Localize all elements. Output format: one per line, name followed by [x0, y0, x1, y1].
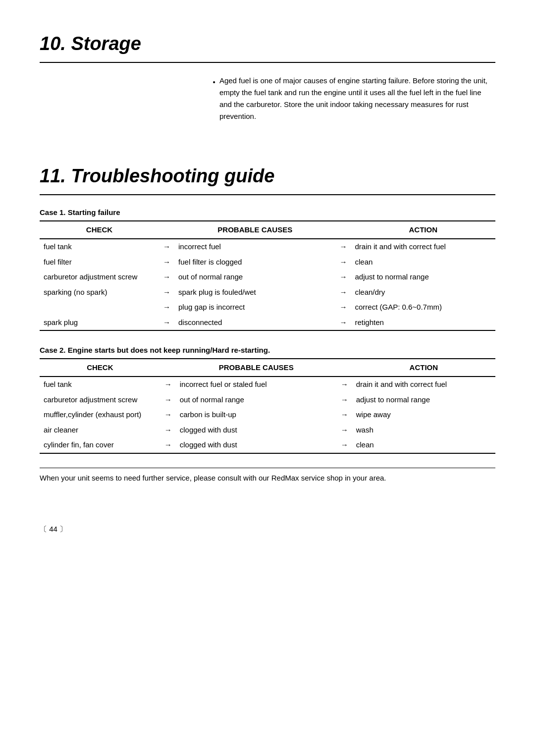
troubleshooting-title: 11. Troubleshooting guide [40, 162, 495, 190]
table-row: fuel filter→fuel filter is clogged→clean [40, 255, 495, 270]
arrow-icon: → [337, 407, 352, 423]
cell-cause: clogged with dust [176, 437, 337, 453]
table-row: sparking (no spark)→spark plug is fouled… [40, 285, 495, 300]
cell-cause: incorrect fuel or staled fuel [176, 377, 337, 392]
storage-section: 10. Storage • Aged fuel is one of major … [40, 30, 495, 122]
arrow-icon: → [337, 437, 352, 453]
cell-check [40, 300, 159, 315]
table-row: fuel tank→incorrect fuel or staled fuel→… [40, 377, 495, 392]
cell-action: drain it and with correct fuel [351, 239, 495, 255]
cell-action: drain it and with correct fuel [352, 377, 495, 392]
cell-cause: incorrect fuel [174, 239, 335, 255]
page-number: 〔 44 〕 [40, 524, 495, 535]
case2-arrow-header1 [160, 359, 176, 377]
arrow-icon: → [159, 255, 174, 270]
arrow-icon: → [160, 437, 176, 453]
case2-header-row: CHECK PROBABLE CAUSES ACTION [40, 359, 495, 377]
cell-action: retighten [351, 315, 495, 331]
arrow-icon: → [335, 270, 351, 285]
arrow-icon: → [335, 300, 351, 315]
case2-tbody: fuel tank→incorrect fuel or staled fuel→… [40, 377, 495, 453]
cell-check: fuel tank [40, 377, 160, 392]
storage-bullet-text: Aged fuel is one of major causes of engi… [219, 75, 495, 122]
case1-check-header: CHECK [40, 221, 159, 239]
case2-title: Case 2. Engine starts but does not keep … [40, 345, 495, 356]
arrow-icon: → [335, 255, 351, 270]
case2-action-header: ACTION [352, 359, 495, 377]
cell-action: clean [351, 255, 495, 270]
cell-action: adjust to normal range [352, 392, 495, 408]
troubleshooting-section: 11. Troubleshooting guide Case 1. Starti… [40, 162, 495, 535]
arrow-icon: → [159, 300, 174, 315]
troubleshooting-divider [40, 194, 495, 195]
arrow-icon: → [335, 315, 351, 331]
cell-cause: fuel filter is clogged [174, 255, 335, 270]
table-row: carburetor adjustment screw→out of norma… [40, 392, 495, 408]
table-row: muffler,cylinder (exhaust port)→carbon i… [40, 407, 495, 423]
case2-thead: CHECK PROBABLE CAUSES ACTION [40, 359, 495, 377]
cell-check: fuel tank [40, 239, 159, 255]
cell-action: wash [352, 423, 495, 438]
cell-cause: plug gap is incorrect [174, 300, 335, 315]
footer-note: When your unit seems to need further ser… [40, 468, 495, 484]
storage-divider [40, 62, 495, 63]
cell-cause: clogged with dust [176, 423, 337, 438]
case1-action-header: ACTION [351, 221, 495, 239]
cell-cause: disconnected [174, 315, 335, 331]
cell-action: correct (GAP: 0.6~0.7mm) [351, 300, 495, 315]
cell-check: spark plug [40, 315, 159, 331]
cell-check: sparking (no spark) [40, 285, 159, 300]
cell-check: cylinder fin, fan cover [40, 437, 160, 453]
case1-title: Case 1. Starting failure [40, 207, 495, 218]
arrow-icon: → [160, 407, 176, 423]
case2-arrow-header2 [337, 359, 352, 377]
cell-cause: carbon is built-up [176, 407, 337, 423]
arrow-icon: → [337, 377, 352, 392]
table-row: carburetor adjustment screw→out of norma… [40, 270, 495, 285]
cell-action: wipe away [352, 407, 495, 423]
case1-arrow-header1 [159, 221, 174, 239]
cell-action: adjust to normal range [351, 270, 495, 285]
arrow-icon: → [337, 392, 352, 408]
arrow-icon: → [335, 285, 351, 300]
case2-causes-header: PROBABLE CAUSES [176, 359, 337, 377]
case2-table: CHECK PROBABLE CAUSES ACTION fuel tank→i… [40, 358, 495, 454]
table-row: air cleaner→clogged with dust→wash [40, 423, 495, 438]
cell-check: muffler,cylinder (exhaust port) [40, 407, 160, 423]
case1-tbody: fuel tank→incorrect fuel→drain it and wi… [40, 239, 495, 330]
case1-table: CHECK PROBABLE CAUSES ACTION fuel tank→i… [40, 220, 495, 331]
case1-header-row: CHECK PROBABLE CAUSES ACTION [40, 221, 495, 239]
cell-check: carburetor adjustment screw [40, 270, 159, 285]
arrow-icon: → [159, 285, 174, 300]
cell-check: fuel filter [40, 255, 159, 270]
cell-cause: spark plug is fouled/wet [174, 285, 335, 300]
arrow-icon: → [160, 423, 176, 438]
arrow-icon: → [159, 315, 174, 331]
cell-action: clean [352, 437, 495, 453]
case1-thead: CHECK PROBABLE CAUSES ACTION [40, 221, 495, 239]
cell-cause: out of normal range [174, 270, 335, 285]
arrow-icon: → [160, 392, 176, 408]
cell-check: air cleaner [40, 423, 160, 438]
storage-content: • Aged fuel is one of major causes of en… [40, 75, 495, 122]
bullet-icon: • [213, 76, 215, 88]
cell-check: carburetor adjustment screw [40, 392, 160, 408]
case1-arrow-header2 [335, 221, 351, 239]
arrow-icon: → [337, 423, 352, 438]
arrow-icon: → [160, 377, 176, 392]
storage-bullet: • Aged fuel is one of major causes of en… [213, 75, 495, 122]
storage-title: 10. Storage [40, 30, 495, 58]
case2-check-header: CHECK [40, 359, 160, 377]
arrow-icon: → [335, 239, 351, 255]
cell-cause: out of normal range [176, 392, 337, 408]
case1-causes-header: PROBABLE CAUSES [174, 221, 335, 239]
arrow-icon: → [159, 239, 174, 255]
cell-action: clean/dry [351, 285, 495, 300]
table-row: spark plug→disconnected→retighten [40, 315, 495, 331]
table-row: →plug gap is incorrect→correct (GAP: 0.6… [40, 300, 495, 315]
table-row: fuel tank→incorrect fuel→drain it and wi… [40, 239, 495, 255]
arrow-icon: → [159, 270, 174, 285]
table-row: cylinder fin, fan cover→clogged with dus… [40, 437, 495, 453]
storage-text-block: • Aged fuel is one of major causes of en… [213, 75, 495, 122]
